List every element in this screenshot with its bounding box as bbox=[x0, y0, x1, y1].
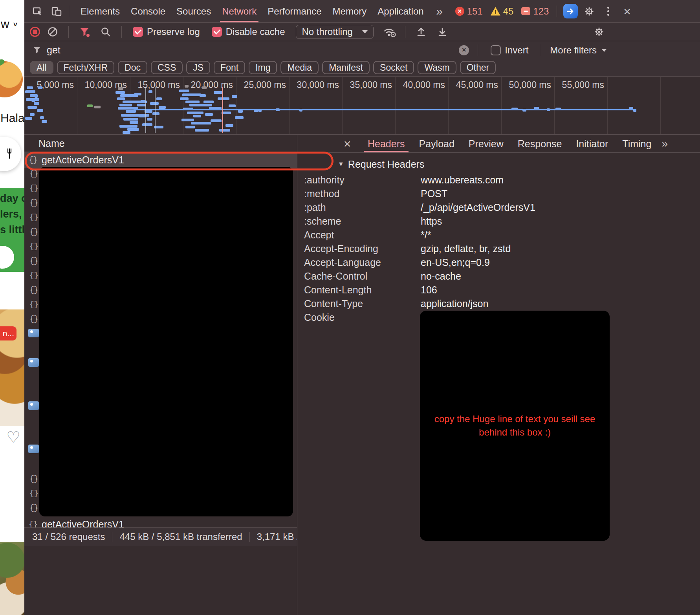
fetch-xhr-icon[interactable]: {} bbox=[28, 213, 39, 222]
tab-performance[interactable]: Performance bbox=[262, 0, 327, 22]
image-file-icon[interactable] bbox=[28, 358, 39, 367]
waterfall-bar bbox=[189, 104, 212, 106]
fetch-xhr-icon[interactable]: {} bbox=[28, 474, 39, 483]
tab-memory[interactable]: Memory bbox=[327, 0, 372, 22]
fetch-xhr-icon[interactable]: {} bbox=[28, 242, 39, 251]
filter-chip-all[interactable]: All bbox=[30, 61, 53, 74]
fetch-xhr-icon[interactable]: {} bbox=[28, 300, 39, 309]
waterfall-bar bbox=[141, 100, 145, 102]
header-row: Accept*/* bbox=[298, 228, 700, 242]
fetch-xhr-icon[interactable]: {} bbox=[28, 489, 39, 498]
preserve-log-checkbox[interactable]: Preserve log bbox=[133, 26, 200, 37]
image-file-icon[interactable] bbox=[28, 445, 39, 453]
disable-cache-label: Disable cache bbox=[226, 26, 285, 37]
filter-chip-js[interactable]: JS bbox=[186, 61, 210, 74]
details-tab-timing[interactable]: Timing bbox=[615, 135, 658, 152]
record-network-log-icon[interactable] bbox=[30, 27, 40, 37]
issues-badge[interactable]: 123 bbox=[521, 6, 549, 17]
image-file-icon[interactable] bbox=[28, 329, 39, 337]
filter-chip-fetch-xhr[interactable]: Fetch/XHR bbox=[57, 61, 114, 74]
filter-chip-doc[interactable]: Doc bbox=[118, 61, 147, 74]
throttling-dropdown[interactable]: No throttling bbox=[296, 25, 373, 39]
request-headers-section[interactable]: ▼ Request Headers bbox=[298, 155, 700, 173]
kebab-menu-icon[interactable] bbox=[599, 3, 617, 20]
more-tabs-icon[interactable]: » bbox=[431, 3, 448, 20]
export-har-icon[interactable] bbox=[434, 23, 451, 40]
fetch-xhr-icon[interactable]: {} bbox=[28, 184, 39, 193]
filter-chip-manifest[interactable]: Manifest bbox=[322, 61, 370, 74]
fetch-xhr-icon[interactable]: {} bbox=[28, 286, 39, 295]
clear-network-log-icon[interactable] bbox=[44, 23, 61, 40]
network-overview-timeline[interactable]: 5,000 ms10,000 ms15,000 ms20,000 ms25,00… bbox=[24, 77, 700, 135]
filter-chip-media[interactable]: Media bbox=[280, 61, 319, 74]
divider bbox=[541, 44, 541, 56]
waterfall-bar bbox=[38, 86, 42, 89]
tab-network[interactable]: Network bbox=[216, 0, 262, 22]
filter-chip-socket[interactable]: Socket bbox=[373, 61, 414, 74]
category-halal-label[interactable]: Halal bbox=[0, 112, 24, 125]
filter-funnel-icon[interactable] bbox=[76, 23, 93, 40]
delivery-time-selector[interactable]: w ∨ bbox=[1, 17, 18, 31]
close-details-icon[interactable]: × bbox=[339, 135, 356, 152]
favorite-heart-icon[interactable]: ♡ bbox=[6, 428, 20, 446]
details-tab-bar: × HeadersPayloadPreviewResponseInitiator… bbox=[298, 135, 700, 153]
tab-application[interactable]: Application bbox=[372, 0, 429, 22]
network-conditions-icon[interactable] bbox=[381, 23, 398, 40]
request-headers-list: :authoritywww.ubereats.com:methodPOST:pa… bbox=[298, 173, 700, 324]
fetch-xhr-icon[interactable]: {} bbox=[28, 271, 39, 280]
details-tab-initiator[interactable]: Initiator bbox=[569, 135, 615, 152]
import-har-icon[interactable] bbox=[412, 23, 430, 40]
console-errors-badge[interactable]: × 151 bbox=[455, 6, 483, 17]
issues-icon bbox=[521, 7, 530, 15]
tab-console[interactable]: Console bbox=[125, 0, 171, 22]
header-row: Accept-Encodinggzip, deflate, br, zstd bbox=[298, 242, 700, 256]
tab-sources[interactable]: Sources bbox=[171, 0, 216, 22]
devtools-assistant-icon[interactable] bbox=[562, 3, 579, 20]
checkbox-unchecked-icon bbox=[491, 45, 501, 55]
settings-gear-icon[interactable] bbox=[581, 3, 598, 20]
fetch-xhr-icon[interactable]: {} bbox=[28, 169, 39, 178]
clear-filter-icon[interactable]: × bbox=[459, 45, 469, 55]
close-devtools-icon[interactable]: × bbox=[618, 3, 636, 20]
waterfall-bar bbox=[235, 116, 244, 119]
details-tab-response[interactable]: Response bbox=[511, 135, 569, 152]
filter-chip-other[interactable]: Other bbox=[460, 61, 496, 74]
network-settings-gear-icon[interactable] bbox=[590, 23, 608, 40]
name-column-header[interactable]: Name bbox=[24, 135, 297, 152]
details-tab-headers[interactable]: Headers bbox=[361, 135, 412, 152]
header-value: 106 bbox=[421, 284, 437, 296]
fetch-xhr-icon[interactable]: {} bbox=[28, 227, 39, 236]
waterfall-bar bbox=[148, 90, 152, 93]
divider bbox=[405, 26, 405, 38]
search-icon[interactable] bbox=[97, 23, 114, 40]
waterfall-bar bbox=[193, 115, 201, 117]
filter-chip-img[interactable]: Img bbox=[249, 61, 277, 74]
request-row-selected[interactable]: {} getActiveOrdersV1 bbox=[24, 152, 297, 168]
fetch-xhr-icon[interactable]: {} bbox=[28, 256, 39, 265]
fetch-xhr-icon[interactable]: {} bbox=[28, 503, 39, 512]
waterfall-bar bbox=[34, 102, 39, 105]
filter-chip-css[interactable]: CSS bbox=[151, 61, 183, 74]
device-toolbar-icon[interactable] bbox=[48, 3, 65, 20]
filter-input[interactable]: get bbox=[33, 44, 60, 56]
fetch-xhr-icon[interactable]: {} bbox=[28, 198, 39, 207]
details-tab-preview[interactable]: Preview bbox=[462, 135, 511, 152]
category-icon-circle[interactable] bbox=[0, 137, 21, 171]
filter-chip-font[interactable]: Font bbox=[214, 61, 245, 74]
console-warnings-badge[interactable]: ! 45 bbox=[491, 6, 514, 17]
disable-cache-checkbox[interactable]: Disable cache bbox=[212, 26, 285, 37]
fetch-xhr-icon[interactable]: {} bbox=[28, 315, 39, 324]
filter-chip-wasm[interactable]: Wasm bbox=[418, 61, 456, 74]
waterfall-bar bbox=[150, 102, 159, 105]
more-filters-dropdown[interactable]: More filters bbox=[550, 45, 607, 56]
waterfall-bar bbox=[130, 121, 138, 124]
invert-checkbox[interactable]: Invert bbox=[491, 45, 528, 56]
inspect-element-icon[interactable] bbox=[29, 3, 46, 20]
details-more-tabs-icon[interactable]: » bbox=[662, 137, 668, 150]
tab-elements[interactable]: Elements bbox=[75, 0, 125, 22]
promo-text: lers, bbox=[0, 208, 22, 220]
details-tab-payload[interactable]: Payload bbox=[412, 135, 462, 152]
request-headers-title: Request Headers bbox=[348, 159, 425, 170]
image-file-icon[interactable] bbox=[28, 401, 39, 410]
waterfall-bar bbox=[191, 122, 211, 124]
